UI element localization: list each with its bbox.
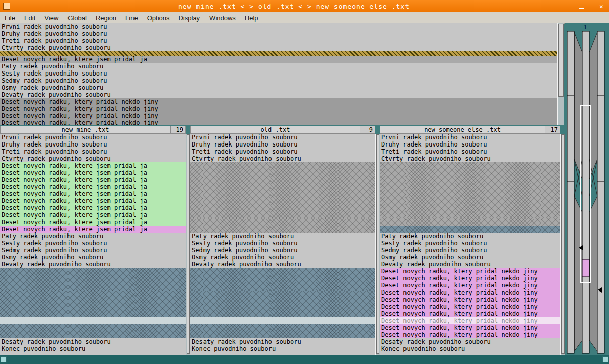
pane-header-old[interactable]: old_.txt 9 xyxy=(190,126,375,134)
diff-line[interactable] xyxy=(190,183,375,190)
diff-line[interactable]: Sesty radek puvodniho souboru xyxy=(0,240,186,247)
diff-line[interactable]: Druhy radek puvodniho souboru xyxy=(0,30,557,37)
diff-line[interactable] xyxy=(380,226,560,233)
diff-line[interactable]: Deset novych radku, ktery pridal nekdo j… xyxy=(380,268,560,275)
diff-line[interactable]: Devaty radek puvodniho souboru xyxy=(190,261,375,268)
diff-line[interactable]: Sedmy radek puvodniho souboru xyxy=(380,247,560,254)
menu-item-line[interactable]: Line xyxy=(121,13,143,23)
diff-line[interactable] xyxy=(190,211,375,219)
diff-line[interactable] xyxy=(380,197,560,204)
diff-line[interactable]: Konec puvodniho souboru xyxy=(0,345,186,352)
diff-line[interactable] xyxy=(190,331,375,338)
diff-line[interactable]: Deset novych radku, ktery pridal nekdo j… xyxy=(380,303,560,310)
diff-line[interactable] xyxy=(190,324,375,331)
diff-line[interactable]: Deset novych radku, ktere jsem pridal ja xyxy=(0,190,186,197)
diff-line[interactable] xyxy=(0,296,186,303)
diff-line[interactable] xyxy=(190,317,375,324)
diff-line[interactable] xyxy=(190,204,375,211)
menu-item-windows[interactable]: Windows xyxy=(205,13,240,23)
scrollbar-old[interactable] xyxy=(375,134,380,355)
diff-line[interactable] xyxy=(190,219,375,226)
diff-line[interactable]: Sedmy radek puvodniho souboru xyxy=(0,247,186,254)
diff-line[interactable]: Osmy radek puvodniho souboru xyxy=(380,254,560,261)
diff-line[interactable] xyxy=(0,275,186,282)
diff-line[interactable]: Deset novych radku, ktery pridal nekdo j… xyxy=(0,98,557,105)
merged-scrollbar[interactable] xyxy=(557,23,564,125)
menu-item-file[interactable]: File xyxy=(0,13,20,23)
diff-line[interactable]: Deset novych radku, ktery pridal nekdo j… xyxy=(0,105,557,112)
diff-line[interactable]: Konec puvodniho souboru xyxy=(380,345,560,352)
diff-line[interactable]: Deset novych radku, ktery pridal nekdo j… xyxy=(0,119,557,125)
diff-line[interactable]: Treti radek puvodniho souboru xyxy=(0,37,557,44)
diff-line[interactable]: Sesty radek puvodniho souboru xyxy=(380,240,560,247)
diff-line[interactable] xyxy=(380,176,560,183)
diff-line[interactable] xyxy=(190,176,375,183)
diff-line[interactable]: Deset novych radku, ktery pridal nekdo j… xyxy=(380,317,560,324)
diff-line[interactable]: Druhy radek puvodniho souboru xyxy=(380,141,560,148)
menu-item-options[interactable]: Options xyxy=(143,13,174,23)
diff-line[interactable]: Deset novych radku, ktere jsem pridal ja xyxy=(0,183,186,190)
scrollbar-mine[interactable] xyxy=(186,134,190,355)
diff-line[interactable] xyxy=(190,162,375,169)
diff-line[interactable] xyxy=(0,310,186,317)
menu-item-view[interactable]: View xyxy=(40,13,63,23)
diff-line[interactable] xyxy=(380,211,560,219)
diff-line[interactable]: Druhy radek puvodniho souboru xyxy=(190,141,375,148)
diff-line[interactable]: Deset novych radku, ktery pridal nekdo j… xyxy=(380,310,560,317)
diff-line[interactable]: Osmy radek puvodniho souboru xyxy=(0,84,557,91)
diff-line[interactable]: Deset novych radku, ktere jsem pridal ja xyxy=(0,56,557,63)
diff-line[interactable]: Deset novych radku, ktere jsem pridal ja xyxy=(0,219,186,226)
diff-line[interactable]: Deset novych radku, ktery pridal nekdo j… xyxy=(380,282,560,289)
diff-line[interactable]: Deset novych radku, ktere jsem pridal ja xyxy=(0,169,186,176)
title-bar[interactable]: new_mine_.txt <-> old_.txt <-> new_someo… xyxy=(0,0,609,12)
diff-line[interactable] xyxy=(0,331,186,338)
diff-line[interactable] xyxy=(190,289,375,296)
diff-line[interactable] xyxy=(0,268,186,275)
diff-line[interactable]: Sedmy radek puvodniho souboru xyxy=(190,247,375,254)
scrollbar-thumb-old[interactable] xyxy=(376,134,379,354)
diff-line[interactable] xyxy=(380,169,560,176)
file-pane-mine[interactable]: Prvni radek puvodniho souboruDruhy radek… xyxy=(0,134,186,355)
diff-line[interactable]: Deset novych radku, ktery pridal nekdo j… xyxy=(380,331,560,338)
diff-line[interactable]: Deset novych radku, ktere jsem pridal ja xyxy=(0,204,186,211)
diff-line[interactable]: Deset novych radku, ktere jsem pridal ja xyxy=(0,197,186,204)
diff-line[interactable]: Devaty radek puvodniho souboru xyxy=(0,261,186,268)
file-pane-someone-else[interactable]: Prvni radek puvodniho souboruDruhy radek… xyxy=(380,134,560,355)
diff-line[interactable]: Devaty radek puvodniho souboru xyxy=(380,261,560,268)
diff-line[interactable] xyxy=(380,204,560,211)
diff-line[interactable]: Treti radek puvodniho souboru xyxy=(0,148,186,155)
diff-line[interactable]: Deset novych radku, ktere jsem pridal ja xyxy=(0,162,186,169)
diff-line[interactable]: Devaty radek puvodniho souboru xyxy=(0,91,557,98)
merged-scrollbar-thumb[interactable] xyxy=(558,24,564,97)
menu-item-edit[interactable]: Edit xyxy=(20,13,40,23)
diff-line[interactable] xyxy=(0,51,557,56)
diff-line[interactable] xyxy=(0,303,186,310)
diff-line[interactable] xyxy=(380,183,560,190)
diff-line[interactable]: Prvni radek puvodniho souboru xyxy=(190,134,375,141)
diff-line[interactable] xyxy=(190,296,375,303)
diff-line[interactable] xyxy=(0,324,186,331)
menu-item-help[interactable]: Help xyxy=(240,13,263,23)
diff-line[interactable]: Paty radek puvodniho souboru xyxy=(380,233,560,240)
scrollbar-thumb-mine[interactable] xyxy=(187,134,190,354)
diff-line[interactable]: Treti radek puvodniho souboru xyxy=(380,148,560,155)
minimize-button[interactable] xyxy=(578,3,585,10)
overview-map[interactable] xyxy=(565,30,609,355)
diff-line[interactable] xyxy=(190,310,375,317)
diff-line[interactable] xyxy=(190,197,375,204)
diff-line[interactable] xyxy=(380,162,560,169)
diff-line[interactable]: Desaty radek puvodniho souboru xyxy=(0,338,186,345)
diff-line[interactable]: Osmy radek puvodniho souboru xyxy=(0,254,186,261)
diff-line[interactable]: Deset novych radku, ktere jsem pridal ja xyxy=(0,211,186,219)
diff-line[interactable]: Ctvrty radek puvodniho souboru xyxy=(0,155,186,162)
diff-line[interactable]: Prvni radek puvodniho souboru xyxy=(0,134,186,141)
diff-line[interactable]: Paty radek puvodniho souboru xyxy=(0,233,186,240)
diff-line[interactable]: Treti radek puvodniho souboru xyxy=(190,148,375,155)
scrollbar-thumb-someone-else[interactable] xyxy=(561,134,565,354)
diff-line[interactable]: Sedmy radek puvodniho souboru xyxy=(0,77,557,84)
menu-item-region[interactable]: Region xyxy=(91,13,121,23)
pane-header-someone-else[interactable]: new_someone_else_.txt 17 xyxy=(380,126,560,134)
diff-line[interactable]: Paty radek puvodniho souboru xyxy=(0,63,557,70)
diff-line[interactable]: Deset novych radku, ktere jsem pridal ja xyxy=(0,226,186,233)
diff-line[interactable]: Osmy radek puvodniho souboru xyxy=(190,254,375,261)
